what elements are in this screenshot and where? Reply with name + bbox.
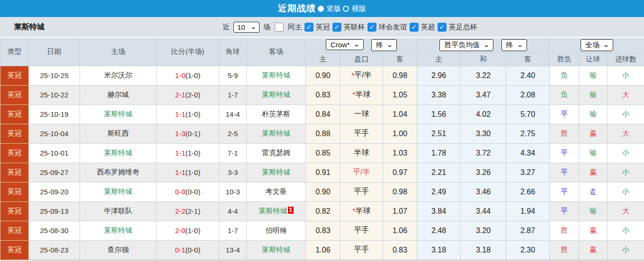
handicap-result: 输 xyxy=(579,143,608,163)
match-date: 25-10-25 xyxy=(29,66,80,85)
league-badge: 英冠 xyxy=(0,221,29,240)
col-header-home: 主场 xyxy=(80,37,157,66)
match-date: 25-09-13 xyxy=(29,201,80,221)
handicap-result: 输 xyxy=(579,85,608,104)
league-checkbox-efl-cup[interactable]: ✓ xyxy=(332,23,341,32)
match-score: 1-1(1-0) xyxy=(157,143,219,163)
home-team: 米尔沃尔 xyxy=(80,66,157,85)
radio-horizontal-label[interactable]: 横版 xyxy=(352,4,366,13)
asian-away-odds: 0.98 xyxy=(383,66,417,85)
wdl-result: 负 xyxy=(550,85,579,104)
away-team: 莱斯特城 xyxy=(247,163,306,182)
corner-count: 2-5 xyxy=(219,124,247,143)
league-checkbox-premier[interactable]: ✓ xyxy=(410,23,419,32)
away-team: 莱斯特城1 xyxy=(247,201,306,221)
europe-final-select[interactable]: 终 ⌄ xyxy=(501,39,527,51)
table-header: 类型 日期 主场 比分(半场) 角球 客场 Crow* ⌄ 终 ⌄ 胜平负均值 … xyxy=(0,37,644,66)
col-header-type: 类型 xyxy=(0,37,29,66)
bookmaker-select[interactable]: Crow* ⌄ xyxy=(326,39,364,50)
asian-handicap: *半球 xyxy=(340,85,383,104)
goals-result: 小 xyxy=(608,66,644,85)
table-row: 英冠 25-10-25 米尔沃尔 1-0(1-0) 5-9 莱斯特城 0.90 … xyxy=(0,66,644,85)
match-date: 25-10-04 xyxy=(29,124,80,143)
table-row: 英冠 25-09-27 西布罗姆维奇 1-1(1-0) 3-3 莱斯特城 0.9… xyxy=(0,163,644,182)
europe-draw-odds: 3.72 xyxy=(461,143,506,163)
handicap-result: 赢 xyxy=(579,240,608,260)
asian-home-odds: 0.90 xyxy=(306,182,340,201)
goals-result: 小 xyxy=(608,182,644,201)
wdl-result: 平 xyxy=(550,182,579,201)
league-badge: 英冠 xyxy=(0,143,29,163)
europe-draw-odds: 3.44 xyxy=(461,201,506,221)
asian-final-select[interactable]: 终 ⌄ xyxy=(371,39,397,51)
team-name: 莱斯特城 xyxy=(14,17,45,37)
league-checkbox-championship[interactable]: ✓ xyxy=(304,23,313,32)
home-team: 莱斯特城 xyxy=(80,143,157,163)
europe-lose-odds: 2.40 xyxy=(506,66,550,85)
asian-handicap: 半球 xyxy=(340,143,383,163)
sub-header-draw: 和 xyxy=(461,52,506,66)
europe-win-odds: 2.21 xyxy=(417,163,461,182)
goals-result: 大 xyxy=(608,201,644,221)
radio-vertical-label[interactable]: 竖版 xyxy=(327,4,341,13)
league-badge: 英冠 xyxy=(0,182,29,201)
league-checkbox-fa-cup[interactable]: ✓ xyxy=(438,23,447,32)
corner-count: 4-4 xyxy=(219,201,247,221)
europe-win-odds: 1.78 xyxy=(417,143,461,163)
red-card-badge: 1 xyxy=(288,207,294,214)
corner-count: 3-3 xyxy=(219,163,247,182)
league-label-efl-cup: 英联杯 xyxy=(344,23,365,32)
handicap-result: 赢 xyxy=(579,221,608,240)
chevron-down-icon: ⌄ xyxy=(483,42,490,48)
europe-draw-odds: 3.18 xyxy=(461,240,506,260)
col-header-date: 日期 xyxy=(29,37,80,66)
wdl-result: 平 xyxy=(550,163,579,182)
away-team: 莱斯特城 xyxy=(247,240,306,260)
league-badge: 英冠 xyxy=(0,240,29,260)
wdl-result: 胜 xyxy=(550,221,579,240)
radio-vertical-layout[interactable] xyxy=(318,6,324,12)
europe-lose-odds: 2.75 xyxy=(506,124,550,143)
radio-horizontal-layout[interactable] xyxy=(343,6,349,12)
europe-win-odds: 3.18 xyxy=(417,240,461,260)
filter-controls: 近 10 ⌄ 场 同主 ✓ 英冠 ✓ 英联杯 ✓ 球会友谊 ✓ 英超 ✓ 英足总… xyxy=(221,17,479,37)
europe-odds-group-header: 胜平负均值 ⌄ 终 ⌄ xyxy=(417,37,550,52)
same-home-checkbox[interactable] xyxy=(275,23,284,32)
europe-lose-odds: 2.87 xyxy=(506,221,550,240)
home-team: 斯旺西 xyxy=(80,124,157,143)
corner-count: 14-4 xyxy=(219,104,247,124)
handicap-result: 输 xyxy=(579,201,608,221)
league-label-fa-cup: 英足总杯 xyxy=(449,23,477,32)
asian-home-odds: 0.90 xyxy=(306,66,340,85)
title-bar: 近期战绩 竖版 横版 xyxy=(0,0,644,17)
wdl-result: 平 xyxy=(550,143,579,163)
handicap-result: 赢 xyxy=(579,124,608,143)
europe-lose-odds: 2.66 xyxy=(506,182,550,201)
league-checkbox-friendly[interactable]: ✓ xyxy=(367,23,376,32)
sub-header-handicap-result: 让球 xyxy=(579,52,608,66)
asian-away-odds: 0.83 xyxy=(383,240,417,260)
home-team: 查尔顿 xyxy=(80,240,157,260)
match-score: 2-1(2-0) xyxy=(157,85,219,104)
asian-home-odds: 1.06 xyxy=(306,240,340,260)
europe-draw-odds: 3.20 xyxy=(461,221,506,240)
asian-home-odds: 0.83 xyxy=(306,85,340,104)
wdl-average-select[interactable]: 胜平负均值 ⌄ xyxy=(439,39,493,51)
asian-odds-group-header: Crow* ⌄ 终 ⌄ xyxy=(306,37,417,52)
league-badge: 英冠 xyxy=(0,163,29,182)
chevron-down-icon: ⌄ xyxy=(353,41,359,48)
away-team: 伯明翰 xyxy=(247,221,306,240)
table-row: 英冠 25-10-04 斯旺西 1-3(0-1) 2-5 莱斯特城 0.88 平… xyxy=(0,124,644,143)
goals-result: 大 xyxy=(608,85,644,104)
match-count-select[interactable]: 10 ⌄ xyxy=(233,22,259,33)
home-team: 莱斯特城 xyxy=(80,221,157,240)
asian-handicap: 平手 xyxy=(340,182,383,201)
league-badge: 英冠 xyxy=(0,124,29,143)
sub-header-wdl-result: 胜负 xyxy=(550,52,579,66)
wdl-result: 平 xyxy=(550,201,579,221)
match-score: 2-0(1-0) xyxy=(157,221,219,240)
table-row: 英冠 25-10-22 赫尔城 2-1(2-0) 1-7 莱斯特城 0.83 *… xyxy=(0,85,644,104)
asian-away-odds: 1.04 xyxy=(383,104,417,124)
match-date: 25-09-20 xyxy=(29,182,80,201)
full-match-select[interactable]: 全场 ⌄ xyxy=(581,39,613,51)
